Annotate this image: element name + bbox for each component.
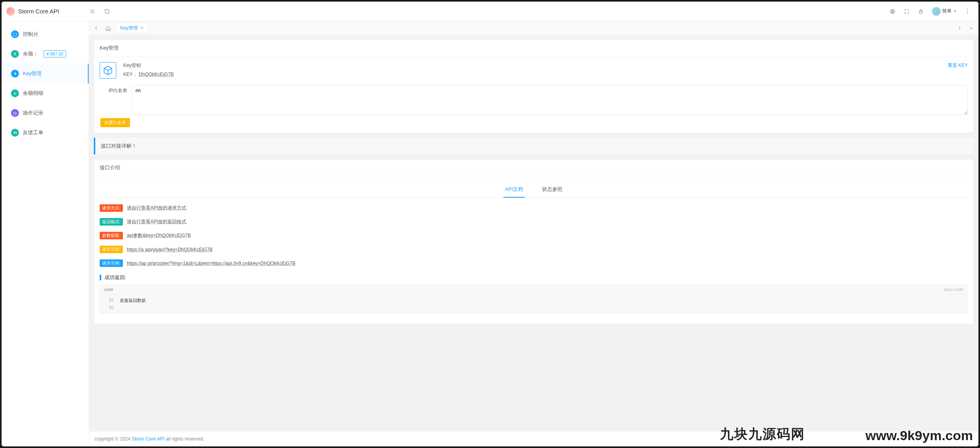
footer-prefix: copyright © 2024 bbox=[95, 436, 132, 442]
tag-request-method: 请求方式: bbox=[100, 204, 123, 212]
tag-params: 参数获取: bbox=[100, 232, 123, 239]
key-label: KEY： bbox=[123, 72, 137, 77]
avatar-icon bbox=[932, 7, 941, 16]
chevron-down-icon bbox=[954, 11, 956, 12]
reset-key-button[interactable]: 重置 KEY bbox=[948, 62, 968, 69]
code-line: 01.直接返回数据 bbox=[100, 297, 967, 304]
desc-row: 请求方式: 请自行查看API放的请求方式 bbox=[100, 201, 968, 215]
code-type: layui.code bbox=[944, 287, 963, 292]
desc-row: 返回格式: 请自行查看API放的返回格式 bbox=[100, 215, 968, 229]
tag-example-2: 请求示例: bbox=[100, 259, 123, 267]
tag-example-1: 请求示例: bbox=[100, 246, 123, 253]
key-icon: ✦ bbox=[11, 70, 19, 78]
clock-icon: ◷ bbox=[11, 109, 19, 117]
desc-text[interactable]: https://a api/yiyan/?key=DhQOkKcEjG7B bbox=[127, 247, 213, 252]
sidebar: ▢ 控制台 ¥ 余额： ¥ 997.32 ✦ Key管理 ≡ 余额明细 ◷ 操作… bbox=[2, 21, 89, 446]
card-key: Key管理 Key密钥 KEY： DhQOkKcEjG7B bbox=[94, 39, 974, 133]
desc-text[interactable]: api参数&key=DhQOkKcEjG7B bbox=[127, 232, 191, 239]
key-section-title: Key密钥 bbox=[123, 62, 941, 69]
tag-return-format: 返回格式: bbox=[100, 218, 123, 226]
close-icon[interactable]: ✕ bbox=[140, 26, 144, 31]
svg-rect-4 bbox=[919, 11, 922, 13]
console-icon: ▢ bbox=[11, 30, 19, 38]
more-icon[interactable]: ⋮ bbox=[964, 7, 971, 15]
tab-active[interactable]: Key管理 ✕ bbox=[116, 23, 148, 33]
sidebar-item-balance[interactable]: ¥ 余额： ¥ 997.32 bbox=[2, 44, 89, 64]
tab-status[interactable]: 状态参照 bbox=[540, 182, 564, 198]
tab-menu-icon[interactable] bbox=[967, 24, 976, 33]
brand-logo-icon bbox=[6, 7, 15, 16]
brand[interactable]: Storm Core API bbox=[6, 7, 89, 16]
return-title: 成功返回: bbox=[100, 270, 968, 284]
footer-brand-link[interactable]: Storm Core API bbox=[132, 436, 164, 442]
sidebar-item-logs[interactable]: ◷ 操作记录 bbox=[2, 103, 89, 123]
sidebar-item-label: 余额： bbox=[23, 50, 38, 57]
card-intro: 接口介绍 API文档 状态参照 请求方式: 请自行查看API放的请求方式 bbox=[94, 159, 974, 324]
docs-banner: 接口对接详解！ bbox=[94, 138, 974, 154]
ip-whitelist-input[interactable] bbox=[132, 85, 968, 115]
user-name-label: 简单 bbox=[942, 8, 952, 15]
sidebar-item-key-management[interactable]: ✦ Key管理 bbox=[2, 64, 89, 83]
desc-row: 参数获取: api参数&key=DhQOkKcEjG7B bbox=[100, 229, 968, 243]
sidebar-item-label: Key管理 bbox=[23, 70, 42, 77]
lock-icon[interactable] bbox=[918, 8, 924, 15]
tab-next-icon[interactable] bbox=[955, 24, 964, 33]
desc-row: 请求示例: https://a api/yiyan/?key=DhQOkKcEj… bbox=[100, 243, 968, 256]
key-value: DhQOkKcEjG7B bbox=[139, 72, 174, 77]
desc-row: 请求示例: https://ap pi/qrcoder/?img=1&dt=L&… bbox=[100, 256, 968, 270]
sidebar-item-label: 控制台 bbox=[23, 31, 38, 38]
sidebar-item-label: 余额明细 bbox=[23, 90, 43, 97]
sidebar-item-balance-detail[interactable]: ≡ 余额明细 bbox=[2, 83, 89, 103]
desc-text[interactable]: 请自行查看API放的返回格式 bbox=[127, 218, 186, 225]
sidebar-item-feedback[interactable]: ✉ 反馈工单 bbox=[2, 123, 89, 143]
language-icon[interactable] bbox=[889, 8, 896, 15]
inner-tabs: API文档 状态参照 bbox=[100, 182, 968, 198]
tab-label: Key管理 bbox=[120, 25, 138, 31]
user-menu[interactable]: 简单 bbox=[932, 7, 956, 16]
wallet-icon: ¥ bbox=[11, 50, 19, 58]
tab-home-icon[interactable] bbox=[103, 24, 113, 33]
set-whitelist-button[interactable]: 设置白名单 bbox=[100, 118, 130, 127]
tabbar: Key管理 ✕ bbox=[89, 21, 978, 35]
ip-whitelist-label: IP白名单 bbox=[100, 85, 127, 94]
code-line: 02. bbox=[100, 304, 967, 311]
cube-icon bbox=[100, 62, 116, 79]
top-header: Storm Core API 简单 bbox=[2, 2, 978, 21]
code-block: code layui.code 01.直接返回数据 02. bbox=[100, 284, 968, 313]
code-name: code bbox=[104, 287, 113, 292]
sidebar-item-label: 反馈工单 bbox=[23, 129, 43, 136]
tab-api-doc[interactable]: API文档 bbox=[503, 182, 525, 198]
balance-badge: ¥ 997.32 bbox=[44, 50, 66, 57]
list-icon: ≡ bbox=[11, 89, 19, 97]
refresh-icon[interactable] bbox=[104, 8, 110, 15]
sidebar-toggle-icon[interactable] bbox=[89, 8, 95, 15]
ticket-icon: ✉ bbox=[11, 129, 19, 137]
desc-text[interactable]: https://ap pi/qrcoder/?img=1&dt=L&text=h… bbox=[127, 261, 295, 266]
sidebar-item-label: 操作记录 bbox=[23, 109, 43, 117]
intro-title: 接口介绍 bbox=[94, 159, 973, 176]
desc-text[interactable]: 请自行查看API放的请求方式 bbox=[127, 205, 186, 211]
fullscreen-icon[interactable] bbox=[904, 8, 910, 15]
tab-prev-icon[interactable] bbox=[91, 24, 101, 33]
brand-name: Storm Core API bbox=[18, 8, 59, 15]
footer: copyright © 2024 Storm Core API all righ… bbox=[89, 431, 978, 446]
footer-suffix: all rights reserved. bbox=[165, 436, 204, 442]
page-title: Key管理 bbox=[94, 40, 973, 57]
sidebar-item-console[interactable]: ▢ 控制台 bbox=[2, 24, 89, 44]
